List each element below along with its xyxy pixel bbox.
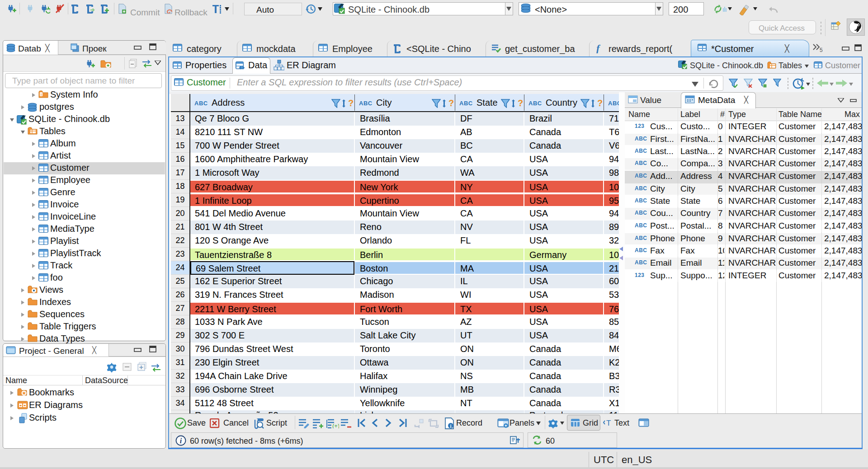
svg-text:i: i	[450, 423, 451, 429]
svg-text:(+): (+)	[332, 422, 339, 428]
svg-text:i: i	[41, 92, 42, 97]
svg-text:T: T	[606, 419, 611, 427]
svg-text:i: i	[180, 437, 182, 445]
svg-text:f: f	[596, 43, 601, 53]
svg-text:5: 5	[820, 47, 823, 53]
